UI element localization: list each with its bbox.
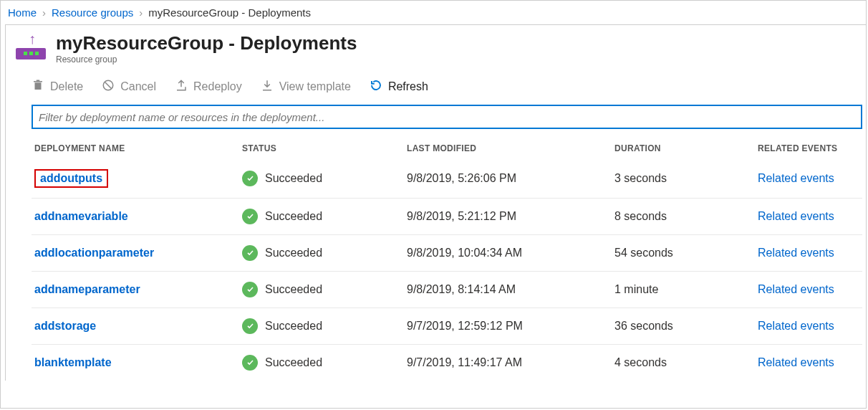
success-icon bbox=[242, 209, 258, 224]
modified-text: 9/7/2019, 12:59:12 PM bbox=[404, 308, 612, 345]
modified-text: 9/7/2019, 11:49:17 AM bbox=[404, 345, 612, 381]
refresh-button[interactable]: Refresh bbox=[370, 79, 428, 95]
page-subtitle: Resource group bbox=[56, 54, 357, 65]
page-title: myResourceGroup - Deployments bbox=[56, 32, 357, 54]
status-text: Succeeded bbox=[265, 172, 322, 185]
status-text: Succeeded bbox=[265, 247, 322, 259]
deployment-link[interactable]: addlocationparameter bbox=[34, 247, 154, 259]
view-template-label: View template bbox=[279, 80, 351, 93]
filter-input[interactable] bbox=[32, 105, 862, 129]
cancel-button[interactable]: Cancel bbox=[102, 79, 156, 95]
table-row: addnamevariableSucceeded9/8/2019, 5:21:1… bbox=[32, 199, 862, 235]
delete-button[interactable]: Delete bbox=[32, 79, 83, 95]
refresh-label: Refresh bbox=[388, 80, 428, 93]
chevron-right-icon: › bbox=[139, 6, 143, 19]
download-icon bbox=[261, 79, 274, 95]
duration-text: 8 seconds bbox=[612, 199, 755, 235]
deployments-table: DEPLOYMENT NAME STATUS LAST MODIFIED DUR… bbox=[32, 138, 862, 381]
related-events-link[interactable]: Related events bbox=[758, 320, 834, 332]
upload-icon bbox=[175, 79, 188, 95]
success-icon bbox=[242, 355, 258, 371]
duration-text: 3 seconds bbox=[612, 159, 755, 199]
redeploy-label: Redeploy bbox=[193, 80, 242, 93]
deployment-link[interactable]: addnamevariable bbox=[34, 210, 128, 222]
table-row: addstorageSucceeded9/7/2019, 12:59:12 PM… bbox=[32, 308, 862, 345]
col-header-related[interactable]: RELATED EVENTS bbox=[755, 138, 862, 159]
duration-text: 36 seconds bbox=[612, 308, 755, 345]
duration-text: 1 minute bbox=[612, 272, 755, 308]
status-text: Succeeded bbox=[265, 356, 322, 369]
table-row: addoutputsSucceeded9/8/2019, 5:26:06 PM3… bbox=[32, 159, 862, 199]
related-events-link[interactable]: Related events bbox=[758, 247, 834, 259]
deployment-link[interactable]: addnameparameter bbox=[34, 283, 140, 295]
breadcrumb-resource-groups[interactable]: Resource groups bbox=[52, 6, 133, 19]
related-events-link[interactable]: Related events bbox=[758, 172, 834, 184]
related-events-link[interactable]: Related events bbox=[758, 210, 834, 222]
deployment-link[interactable]: blanktemplate bbox=[34, 356, 112, 368]
status-text: Succeeded bbox=[265, 320, 322, 333]
toolbar: Delete Cancel Redeploy View template Ref… bbox=[6, 69, 866, 105]
success-icon bbox=[242, 282, 258, 297]
cancel-label: Cancel bbox=[120, 80, 156, 93]
refresh-icon bbox=[370, 79, 382, 95]
cancel-icon bbox=[102, 79, 115, 95]
breadcrumb: Home › Resource groups › myResourceGroup… bbox=[1, 1, 866, 23]
modified-text: 9/8/2019, 5:21:12 PM bbox=[404, 199, 612, 235]
table-row: addnameparameterSucceeded9/8/2019, 8:14:… bbox=[32, 272, 862, 308]
breadcrumb-current: myResourceGroup - Deployments bbox=[148, 6, 311, 19]
blade-header: ↑ myResourceGroup - Deployments Resource… bbox=[6, 25, 866, 69]
table-row: addlocationparameterSucceeded9/8/2019, 1… bbox=[32, 235, 862, 272]
svg-line-1 bbox=[105, 82, 112, 89]
duration-text: 54 seconds bbox=[612, 235, 755, 272]
status-text: Succeeded bbox=[265, 283, 322, 296]
deployment-link[interactable]: addoutputs bbox=[34, 169, 108, 188]
modified-text: 9/8/2019, 5:26:06 PM bbox=[404, 159, 612, 199]
deployment-link[interactable]: addstorage bbox=[34, 320, 96, 332]
related-events-link[interactable]: Related events bbox=[758, 356, 834, 368]
chevron-right-icon: › bbox=[42, 6, 46, 19]
success-icon bbox=[242, 245, 258, 261]
trash-icon bbox=[32, 79, 44, 95]
col-header-name[interactable]: DEPLOYMENT NAME bbox=[32, 138, 239, 159]
related-events-link[interactable]: Related events bbox=[758, 283, 834, 295]
success-icon bbox=[242, 318, 258, 334]
redeploy-button[interactable]: Redeploy bbox=[175, 79, 242, 95]
col-header-status[interactable]: STATUS bbox=[239, 138, 404, 159]
col-header-duration[interactable]: DURATION bbox=[612, 138, 755, 159]
resource-group-icon: ↑ bbox=[16, 38, 46, 59]
view-template-button[interactable]: View template bbox=[261, 79, 351, 95]
success-icon bbox=[242, 171, 258, 186]
modified-text: 9/8/2019, 8:14:14 AM bbox=[404, 272, 612, 308]
status-text: Succeeded bbox=[265, 210, 322, 223]
col-header-modified[interactable]: LAST MODIFIED bbox=[404, 138, 612, 159]
modified-text: 9/8/2019, 10:04:34 AM bbox=[404, 235, 612, 272]
table-row: blanktemplateSucceeded9/7/2019, 11:49:17… bbox=[32, 345, 862, 381]
duration-text: 4 seconds bbox=[612, 345, 755, 381]
breadcrumb-home[interactable]: Home bbox=[8, 6, 37, 19]
delete-label: Delete bbox=[50, 80, 83, 93]
